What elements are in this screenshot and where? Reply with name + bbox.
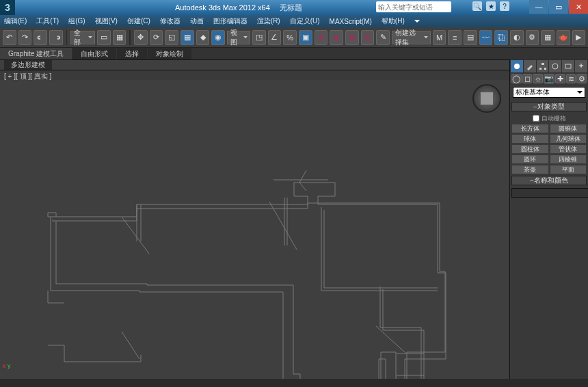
link-button[interactable] <box>34 30 47 45</box>
menu-modifiers[interactable]: 修改器 <box>160 16 181 26</box>
viewport[interactable]: x y <box>0 80 509 379</box>
helpers-icon[interactable]: ✚ <box>555 74 565 83</box>
unlink-button[interactable] <box>49 30 63 45</box>
angle-snap-toggle[interactable]: ∠ <box>268 30 282 45</box>
menu-grapheditors[interactable]: 图形编辑器 <box>213 16 248 26</box>
category-dropdown[interactable]: 标准基本体 <box>513 87 585 98</box>
menu-animation[interactable]: 动画 <box>190 16 204 26</box>
autogrid-checkbox[interactable]: 自动栅格 <box>511 114 587 123</box>
minimize-button[interactable]: — <box>529 0 548 14</box>
utilities-tab[interactable] <box>575 60 587 72</box>
ribbon-tab-objectpaint[interactable]: 对象绘制 <box>148 48 191 59</box>
motion-tab[interactable] <box>549 60 561 72</box>
curve-editor-button[interactable]: 〰 <box>479 30 493 45</box>
schematic-view-button[interactable]: ⿻ <box>494 30 508 45</box>
render-frame-button[interactable]: ▦ <box>541 30 554 45</box>
menu-edit[interactable]: 编辑(E) <box>4 16 27 26</box>
help-icon[interactable]: ? <box>500 1 509 11</box>
menu-maxscript[interactable]: MAXScript(M) <box>330 18 372 25</box>
ribbon-tab-graphite[interactable]: Graphite 建模工具 <box>0 48 72 59</box>
select-by-name-button[interactable]: ▦ <box>113 30 126 45</box>
redo-button[interactable]: ↷ <box>18 30 32 45</box>
btn-box[interactable]: 长方体 <box>511 124 549 133</box>
select-rotate-button[interactable]: ⟳ <box>150 30 163 45</box>
svg-rect-1 <box>542 63 544 65</box>
app-icon[interactable]: 3 <box>0 0 15 15</box>
axis-gizmo: x y <box>3 362 11 369</box>
btn-torus[interactable]: 圆环 <box>511 155 549 164</box>
title-bar: 3 Autodesk 3ds Max 2012 x64 无标题 🔍 ★ ? — … <box>0 0 588 15</box>
display-tab[interactable] <box>562 60 574 72</box>
menu-customize[interactable]: 自定义(U) <box>290 16 320 26</box>
named-sel-dropdown[interactable]: 创建选择集 <box>392 31 431 44</box>
btn-cone[interactable]: 圆锥体 <box>550 124 587 133</box>
menu-group[interactable]: 组(G) <box>68 16 85 26</box>
select-move-button[interactable]: ✥ <box>134 30 148 45</box>
search-input[interactable] <box>376 1 451 12</box>
render-setup-button[interactable]: ⚙ <box>526 30 539 45</box>
object-type-buttons: 长方体 圆锥体 球体 几何球体 圆柱体 管状体 圆环 四棱锥 茶壶 平面 <box>510 124 588 174</box>
menu-views[interactable]: 视图(V) <box>95 16 118 26</box>
btn-plane[interactable]: 平面 <box>550 165 587 174</box>
close-button[interactable]: ✕ <box>569 0 588 14</box>
hierarchy-tab[interactable] <box>537 60 549 72</box>
status-bar <box>0 379 588 387</box>
btn-pyramid[interactable]: 四棱锥 <box>550 155 587 164</box>
star-icon[interactable]: ★ <box>486 1 496 11</box>
maximize-button[interactable]: ▭ <box>549 0 568 14</box>
menu-rendering[interactable]: 渲染(R) <box>257 16 280 26</box>
align-button[interactable]: ≡ <box>448 30 462 45</box>
object-name-input[interactable] <box>511 188 588 198</box>
btn-tube[interactable]: 管状体 <box>550 144 587 154</box>
ribbon-tab-freeform[interactable]: 自由形式 <box>72 48 116 59</box>
use-pivot-button[interactable]: ◆ <box>196 30 210 45</box>
viewport-label[interactable]: [ + ][ 顶 ][ 真实 ] <box>0 70 588 80</box>
undo-button[interactable]: ↶ <box>3 30 16 45</box>
menu-overflow-icon[interactable] <box>414 20 420 25</box>
edit-named-sel-button[interactable]: ✎ <box>376 30 390 45</box>
shapes-icon[interactable]: ◻ <box>522 74 533 83</box>
btn-teapot[interactable]: 茶壶 <box>511 165 549 174</box>
layer-button[interactable]: ▤ <box>464 30 477 45</box>
cameras-icon[interactable]: 📷 <box>544 74 554 83</box>
snap-3-icon[interactable]: 3 <box>315 30 328 45</box>
ref-coord-button[interactable]: ▦ <box>181 30 194 45</box>
menu-help[interactable]: 帮助(H) <box>382 16 405 26</box>
snap-toggle[interactable]: ◳ <box>252 30 266 45</box>
app-title: Autodesk 3ds Max 2012 x64 <box>175 3 270 12</box>
snap-a-icon[interactable]: a <box>330 30 343 45</box>
select-scale-button[interactable]: ◱ <box>165 30 178 45</box>
ribbon-tabs: Graphite 建模工具 自由形式 选择 对象绘制 <box>0 48 588 60</box>
view-coord-dropdown[interactable]: 视图 <box>227 31 250 44</box>
material-editor-button[interactable]: ◐ <box>510 30 524 45</box>
menu-tools[interactable]: 工具(T) <box>36 16 59 26</box>
search-icon[interactable]: 🔍 <box>472 1 482 11</box>
rollout-object-type[interactable]: − 对象类型 <box>511 102 587 111</box>
snap-s-icon[interactable]: S <box>361 30 375 45</box>
btn-cylinder[interactable]: 圆柱体 <box>511 144 549 154</box>
snap-pct-icon[interactable]: % <box>345 30 359 45</box>
help-search[interactable] <box>376 1 451 12</box>
render-prod-button[interactable]: ▶ <box>572 30 586 45</box>
spinner-snap-toggle[interactable]: ▣ <box>299 30 312 45</box>
infocenter-icons: 🔍 ★ ? <box>472 1 509 11</box>
percent-snap-toggle[interactable]: % <box>283 30 297 45</box>
create-tab[interactable] <box>511 60 523 72</box>
select-manipulate-button[interactable]: ◉ <box>211 30 225 45</box>
document-name: 无标题 <box>280 3 302 13</box>
select-object-button[interactable]: ▭ <box>97 30 111 45</box>
ribbon-panel-polymodeling[interactable]: 多边形建模 <box>4 60 52 70</box>
btn-sphere[interactable]: 球体 <box>511 134 549 144</box>
modify-tab[interactable] <box>524 60 536 72</box>
geometry-icon[interactable]: ◯ <box>511 74 522 83</box>
rollout-name-color[interactable]: − 名称和颜色 <box>511 176 587 185</box>
mirror-button[interactable]: M <box>433 30 446 45</box>
lights-icon[interactable]: ☼ <box>533 74 543 83</box>
systems-icon[interactable]: ⚙ <box>576 74 587 83</box>
selection-filter[interactable]: 全部 <box>70 31 95 44</box>
btn-geosphere[interactable]: 几何球体 <box>550 134 587 144</box>
menu-create[interactable]: 创建(C) <box>127 16 150 26</box>
render-button[interactable]: 🫖 <box>557 30 570 45</box>
ribbon-tab-selection[interactable]: 选择 <box>117 48 147 59</box>
spacewarps-icon[interactable]: ≋ <box>566 74 576 83</box>
